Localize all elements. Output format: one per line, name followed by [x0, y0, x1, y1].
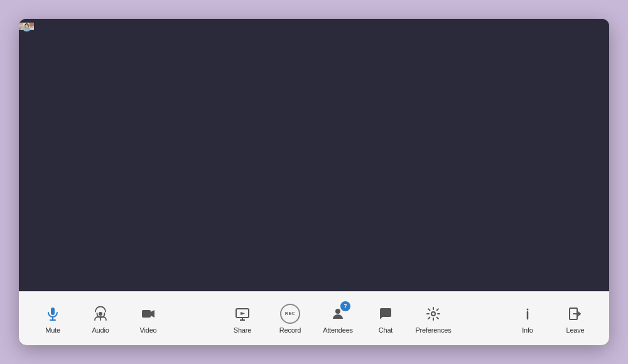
svg-rect-90	[51, 308, 55, 315]
rec-circle: REC	[280, 304, 300, 324]
preferences-button[interactable]: Preferences	[412, 297, 455, 341]
video-area	[19, 19, 609, 291]
toolbar: Mute Audio	[19, 291, 609, 345]
preferences-icon	[423, 304, 443, 324]
leave-icon	[565, 304, 585, 324]
video-scene	[19, 19, 34, 34]
svg-rect-20	[19, 28, 21, 29]
video-frame	[19, 19, 609, 291]
mute-label: Mute	[45, 326, 60, 334]
video-label: Video	[140, 326, 157, 334]
attendees-icon: 7	[328, 304, 348, 324]
info-label: Info	[522, 326, 533, 334]
attendees-label: Attendees	[323, 326, 353, 334]
mute-button[interactable]: Mute	[31, 297, 74, 341]
leave-button[interactable]: Leave	[554, 297, 597, 341]
record-icon: REC	[280, 304, 300, 324]
info-icon	[517, 304, 538, 324]
svg-rect-54	[32, 27, 33, 28]
share-label: Share	[234, 326, 251, 334]
chat-label: Chat	[379, 326, 392, 334]
svg-rect-21	[20, 28, 21, 29]
video-icon	[138, 304, 158, 324]
svg-point-93	[99, 312, 102, 316]
svg-point-64	[31, 25, 32, 26]
svg-point-102	[527, 308, 529, 310]
svg-marker-97	[241, 312, 245, 315]
share-icon	[232, 304, 252, 324]
attendees-button[interactable]: 7 Attendees	[317, 297, 359, 341]
svg-point-101	[431, 312, 435, 316]
record-label: Record	[279, 326, 301, 334]
record-button[interactable]: REC Record	[269, 297, 311, 341]
video-button[interactable]: Video	[127, 297, 170, 341]
svg-rect-85	[23, 25, 23, 26]
audio-icon	[90, 304, 111, 324]
chat-button[interactable]: Chat	[364, 297, 407, 341]
toolbar-center-group: Share REC Record 7 Attendees	[170, 297, 506, 341]
audio-label: Audio	[92, 326, 109, 334]
svg-rect-65	[31, 26, 32, 27]
attendees-badge: 7	[340, 301, 350, 311]
info-button[interactable]: Info	[506, 297, 549, 341]
audio-button[interactable]: Audio	[79, 297, 122, 341]
share-button[interactable]: Share	[221, 297, 264, 341]
svg-point-100	[335, 309, 340, 314]
mute-icon	[43, 304, 63, 324]
chat-icon	[376, 304, 396, 324]
toolbar-left-group: Mute Audio	[31, 297, 170, 341]
svg-rect-11	[21, 23, 22, 24]
leave-label: Leave	[566, 326, 585, 334]
preferences-label: Preferences	[415, 326, 451, 334]
svg-rect-95	[142, 310, 151, 318]
toolbar-right-group: Info Leave	[506, 297, 597, 341]
meeting-container: Mute Audio	[19, 19, 609, 345]
